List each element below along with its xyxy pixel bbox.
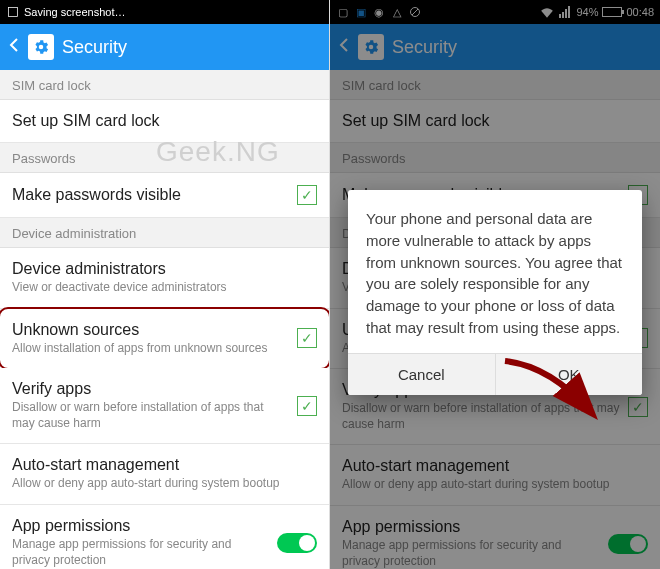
status-bar: Saving screenshot… (0, 0, 329, 24)
row-unknown-sources[interactable]: Unknown sources Allow installation of ap… (0, 307, 330, 371)
back-icon[interactable] (8, 37, 20, 58)
row-sub: View or deactivate device administrators (12, 280, 317, 296)
section-passwords: Passwords (0, 143, 329, 173)
row-device-administrators[interactable]: Device administrators View or deactivate… (0, 248, 329, 309)
row-app-permissions[interactable]: App permissions Manage app permissions f… (0, 505, 329, 569)
status-text: Saving screenshot… (24, 6, 126, 18)
phone-left: Saving screenshot… Security SIM card loc… (0, 0, 330, 569)
screenshot-icon (6, 5, 20, 19)
section-device-admin: Device administration (0, 218, 329, 248)
ok-button[interactable]: OK (496, 354, 643, 395)
checkbox-icon[interactable]: ✓ (297, 396, 317, 416)
confirm-dialog: Your phone and personal data are more vu… (348, 190, 642, 395)
checkbox-icon[interactable]: ✓ (297, 328, 317, 348)
toggle-switch[interactable] (277, 533, 317, 553)
row-passwords-visible[interactable]: Make passwords visible ✓ (0, 173, 329, 218)
phone-right: ▢ ▣ ◉ △ 94% 00:48 (330, 0, 660, 569)
row-sub: Allow installation of apps from unknown … (12, 341, 289, 357)
row-sim-lock[interactable]: Set up SIM card lock (0, 100, 329, 143)
section-sim: SIM card lock (0, 70, 329, 100)
page-title: Security (62, 37, 127, 58)
cancel-button[interactable]: Cancel (348, 354, 496, 395)
svg-rect-0 (9, 8, 18, 17)
action-bar: Security (0, 24, 329, 70)
row-title: Auto-start management (12, 456, 317, 474)
checkbox-icon[interactable]: ✓ (297, 185, 317, 205)
row-title: Verify apps (12, 380, 289, 398)
row-verify-apps[interactable]: Verify apps Disallow or warn before inst… (0, 368, 329, 444)
row-title: Unknown sources (12, 321, 289, 339)
row-title: Make passwords visible (12, 186, 289, 204)
row-title: App permissions (12, 517, 269, 535)
settings-gear-icon (28, 34, 54, 60)
row-sub: Allow or deny app auto-start during syst… (12, 476, 317, 492)
row-sub: Disallow or warn before installation of … (12, 400, 289, 431)
dialog-body: Your phone and personal data are more vu… (348, 190, 642, 353)
row-sub: Manage app permissions for security and … (12, 537, 269, 568)
row-title: Set up SIM card lock (12, 112, 317, 130)
row-title: Device administrators (12, 260, 317, 278)
row-autostart[interactable]: Auto-start management Allow or deny app … (0, 444, 329, 505)
